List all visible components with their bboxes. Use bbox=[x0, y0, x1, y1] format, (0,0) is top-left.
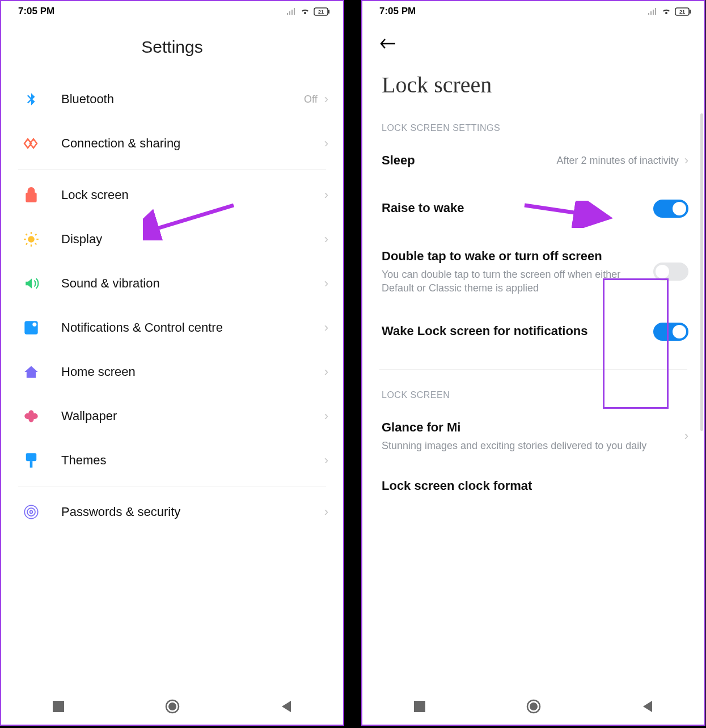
svg-line-8 bbox=[26, 234, 27, 235]
row-wallpaper[interactable]: Wallpaper › bbox=[1, 394, 343, 438]
battery-icon: 21 bbox=[675, 7, 692, 16]
row-label: Sound & vibration bbox=[61, 276, 324, 291]
chevron-right-icon: › bbox=[684, 153, 688, 168]
back-button[interactable] bbox=[278, 699, 294, 714]
speaker-icon bbox=[23, 276, 39, 291]
chevron-right-icon: › bbox=[324, 92, 328, 107]
back-button[interactable] bbox=[640, 699, 656, 714]
status-icons: 21 bbox=[648, 7, 692, 16]
svg-rect-19 bbox=[53, 701, 64, 712]
row-lock-screen[interactable]: Lock screen › bbox=[1, 173, 343, 217]
row-label: Display bbox=[61, 232, 324, 247]
row-subtitle: You can double tap to turn the screen of… bbox=[382, 268, 646, 295]
battery-icon: 21 bbox=[314, 7, 331, 16]
phone-left: 7:05 PM 21 Settings Bluetooth Off › Conn… bbox=[0, 0, 344, 726]
row-lock-clock-format[interactable]: Lock screen clock format bbox=[362, 465, 704, 507]
bluetooth-icon bbox=[24, 90, 39, 108]
row-passwords-security[interactable]: Passwords & security › bbox=[1, 490, 343, 534]
row-label: Passwords & security bbox=[61, 505, 324, 519]
signal-icon bbox=[648, 7, 658, 15]
chevron-right-icon: › bbox=[324, 232, 328, 247]
row-raise-to-wake[interactable]: Raise to wake bbox=[362, 181, 704, 236]
row-label: Home screen bbox=[61, 365, 324, 379]
row-double-tap[interactable]: Double tap to wake or turn off screen Yo… bbox=[362, 236, 704, 308]
home-icon bbox=[23, 364, 39, 380]
svg-point-17 bbox=[27, 508, 35, 516]
svg-line-9 bbox=[35, 243, 36, 244]
row-label: Lock screen bbox=[61, 188, 324, 202]
phone-right: 7:05 PM 21 Lock screen LOCK SCREEN SETTI… bbox=[361, 0, 705, 726]
row-sleep[interactable]: Sleep After 2 minutes of inactivity › bbox=[362, 140, 704, 181]
svg-line-11 bbox=[35, 234, 36, 235]
svg-point-21 bbox=[168, 702, 176, 710]
signal-icon bbox=[286, 7, 297, 15]
row-label: Wallpaper bbox=[61, 409, 324, 424]
sun-icon bbox=[23, 231, 39, 247]
screen-title: Lock screen bbox=[362, 53, 704, 118]
nav-bar bbox=[362, 688, 704, 725]
wifi-icon bbox=[300, 7, 310, 15]
back-arrow-button[interactable] bbox=[362, 19, 704, 53]
row-title: Glance for Mi bbox=[382, 420, 678, 436]
divider bbox=[379, 369, 687, 370]
row-home-screen[interactable]: Home screen › bbox=[1, 350, 343, 394]
svg-rect-24 bbox=[690, 10, 691, 14]
chevron-right-icon: › bbox=[324, 505, 328, 519]
row-label: Connection & sharing bbox=[61, 136, 324, 151]
row-connection-sharing[interactable]: Connection & sharing › bbox=[1, 121, 343, 166]
row-sound-vibration[interactable]: Sound & vibration › bbox=[1, 261, 343, 306]
status-time: 7:05 PM bbox=[18, 6, 54, 17]
toggle-double-tap[interactable] bbox=[653, 263, 688, 281]
scrollbar[interactable] bbox=[700, 113, 703, 431]
recent-apps-button[interactable] bbox=[412, 699, 428, 714]
status-bar: 7:05 PM 21 bbox=[1, 1, 343, 19]
divider bbox=[18, 486, 326, 486]
svg-rect-26 bbox=[414, 701, 425, 712]
lock-screen-list: LOCK SCREEN SETTINGS Sleep After 2 minut… bbox=[362, 118, 704, 688]
recent-apps-button[interactable] bbox=[50, 699, 66, 714]
home-button[interactable] bbox=[526, 699, 542, 714]
chevron-right-icon: › bbox=[324, 320, 328, 335]
home-button[interactable] bbox=[164, 699, 180, 714]
svg-point-16 bbox=[24, 505, 37, 518]
toggle-wake-notifications[interactable] bbox=[653, 323, 688, 341]
row-title: Double tap to wake or turn off screen bbox=[382, 248, 646, 265]
connection-icon bbox=[23, 136, 40, 151]
back-arrow-icon bbox=[379, 38, 396, 49]
row-value: After 2 minutes of inactivity bbox=[557, 155, 679, 167]
svg-point-3 bbox=[28, 236, 35, 243]
svg-text:21: 21 bbox=[679, 9, 685, 15]
row-subtitle: Stunning images and exciting stories del… bbox=[382, 439, 678, 452]
chevron-right-icon: › bbox=[324, 188, 328, 202]
status-time: 7:05 PM bbox=[379, 6, 416, 17]
row-glance-for-mi[interactable]: Glance for Mi Stunning images and exciti… bbox=[362, 407, 704, 465]
svg-point-18 bbox=[30, 511, 33, 514]
row-title: Wake Lock screen for notifications bbox=[382, 323, 646, 340]
svg-text:21: 21 bbox=[318, 9, 324, 15]
toggle-raise-to-wake[interactable] bbox=[653, 200, 688, 218]
row-notifications[interactable]: Notifications & Control centre › bbox=[1, 306, 343, 350]
svg-rect-15 bbox=[30, 461, 33, 468]
svg-point-13 bbox=[32, 323, 36, 327]
fingerprint-icon bbox=[23, 504, 39, 520]
row-bluetooth[interactable]: Bluetooth Off › bbox=[1, 77, 343, 121]
chevron-right-icon: › bbox=[684, 429, 688, 443]
svg-line-10 bbox=[26, 243, 27, 244]
status-bar: 7:05 PM 21 bbox=[362, 1, 704, 19]
row-title: Raise to wake bbox=[382, 200, 646, 217]
svg-point-28 bbox=[530, 702, 538, 710]
divider bbox=[18, 169, 326, 170]
row-display[interactable]: Display › bbox=[1, 217, 343, 261]
chevron-right-icon: › bbox=[324, 136, 328, 151]
chevron-right-icon: › bbox=[324, 409, 328, 424]
control-icon bbox=[23, 320, 39, 336]
chevron-right-icon: › bbox=[324, 365, 328, 379]
row-title: Sleep bbox=[382, 153, 550, 169]
row-wake-for-notifications[interactable]: Wake Lock screen for notifications bbox=[362, 308, 704, 358]
settings-list: Bluetooth Off › Connection & sharing › L… bbox=[1, 77, 343, 688]
row-value: Off bbox=[304, 94, 318, 105]
nav-bar bbox=[1, 688, 343, 725]
row-themes[interactable]: Themes › bbox=[1, 438, 343, 482]
flower-icon bbox=[23, 408, 39, 424]
svg-rect-1 bbox=[328, 10, 329, 14]
